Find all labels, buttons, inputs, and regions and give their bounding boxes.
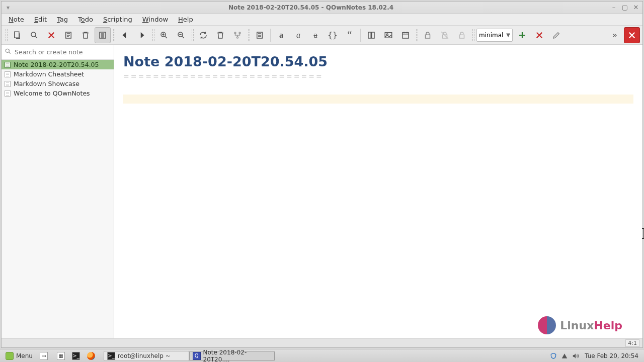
clock-label: Tue Feb 20, 20:54 bbox=[585, 352, 638, 359]
zoom-out-button[interactable] bbox=[173, 27, 189, 43]
toolbar-grip[interactable] bbox=[247, 28, 250, 42]
svg-point-7 bbox=[234, 32, 236, 34]
terminal-icon: >_ bbox=[107, 352, 115, 360]
toolbar-grip[interactable] bbox=[191, 28, 194, 42]
sidebar: Note 2018-02-20T20.54.05 Markdown Cheats… bbox=[2, 45, 114, 338]
taskbar-task-qownnotes[interactable]: Q Note 2018-02-20T20.... bbox=[189, 351, 275, 361]
note-history-button[interactable] bbox=[60, 27, 76, 43]
add-workspace-button[interactable] bbox=[514, 27, 530, 43]
code-block-button[interactable]: {} bbox=[325, 27, 341, 43]
app-window: ▾ Note 2018-02-20T20.54.05 - QOwnNotes 1… bbox=[1, 1, 643, 348]
insert-date-button[interactable] bbox=[397, 27, 414, 43]
bold-button[interactable]: a bbox=[273, 27, 289, 43]
desktop-icon: ▭ bbox=[40, 352, 48, 360]
toolbar-grip[interactable] bbox=[5, 28, 8, 42]
taskbar-clock[interactable]: Tue Feb 20, 20:54 bbox=[581, 351, 642, 361]
watermark: LinuxHelp bbox=[538, 316, 622, 334]
note-icon bbox=[5, 62, 11, 68]
menu-tag[interactable]: Tag bbox=[53, 15, 72, 24]
workspace-select[interactable]: minimal ▼ bbox=[476, 29, 513, 42]
launcher-files[interactable]: ▦ bbox=[53, 351, 68, 361]
menu-edit[interactable]: Edit bbox=[30, 15, 51, 24]
mint-logo-icon bbox=[6, 352, 14, 360]
maximize-button[interactable]: ▢ bbox=[621, 4, 628, 11]
svg-rect-18 bbox=[460, 35, 464, 38]
tray-volume-icon[interactable] bbox=[572, 352, 580, 360]
insert-link-button[interactable] bbox=[363, 27, 379, 43]
new-note-button[interactable] bbox=[9, 27, 25, 43]
sync-button[interactable] bbox=[195, 27, 211, 43]
encrypt-button[interactable] bbox=[420, 27, 436, 43]
note-title: Welcome to QOwnNotes bbox=[14, 89, 90, 97]
minimize-button[interactable]: – bbox=[610, 4, 617, 11]
search-button[interactable] bbox=[26, 27, 42, 43]
rename-workspace-button[interactable] bbox=[548, 27, 565, 43]
note-title: Markdown Cheatsheet bbox=[14, 70, 84, 78]
window-title: Note 2018-02-20T20.54.05 - QOwnNotes 18.… bbox=[12, 4, 610, 11]
launcher-terminal[interactable]: >_ bbox=[68, 351, 84, 361]
task-label: root@linuxhelp ~ bbox=[118, 352, 171, 359]
menu-todo[interactable]: Todo bbox=[74, 15, 97, 24]
note-list-item[interactable]: Markdown Showcase bbox=[2, 79, 114, 88]
svg-rect-11 bbox=[368, 32, 371, 38]
menu-window[interactable]: Window bbox=[138, 15, 172, 24]
insert-image-button[interactable] bbox=[380, 27, 396, 43]
versioning-button[interactable] bbox=[229, 27, 246, 43]
toolbar-overflow-button[interactable]: » bbox=[607, 27, 623, 43]
svg-rect-4 bbox=[101, 32, 104, 38]
files-icon: ▦ bbox=[57, 352, 65, 360]
svg-point-8 bbox=[239, 32, 240, 34]
svg-rect-16 bbox=[426, 35, 430, 38]
tray-network-icon[interactable] bbox=[560, 352, 569, 360]
app-menu-icon[interactable]: ▾ bbox=[5, 5, 12, 10]
titlebar: ▾ Note 2018-02-20T20.54.05 - QOwnNotes 1… bbox=[2, 2, 642, 14]
toolbar-separator bbox=[360, 29, 361, 42]
toolbar-grip[interactable] bbox=[471, 28, 474, 42]
watermark-text: LinuxHelp bbox=[560, 319, 622, 332]
editor-area[interactable]: Note 2018-02-20T20.54.05 ===============… bbox=[114, 45, 642, 338]
back-button[interactable] bbox=[117, 27, 133, 43]
search-icon bbox=[5, 47, 13, 57]
heading-underline: =========================== bbox=[123, 72, 633, 80]
status-linecol: 4:1 bbox=[625, 339, 639, 347]
trash-button[interactable] bbox=[77, 27, 94, 43]
statusbar: 4:1 bbox=[2, 338, 642, 347]
menu-note[interactable]: Note bbox=[5, 15, 28, 24]
close-button[interactable]: ✕ bbox=[632, 4, 639, 11]
toolbar-separator bbox=[270, 29, 271, 42]
search-input[interactable] bbox=[15, 48, 111, 56]
quit-button[interactable] bbox=[624, 27, 640, 43]
toggle-edit-button[interactable] bbox=[252, 27, 268, 43]
decrypt-button[interactable] bbox=[454, 27, 470, 43]
svg-rect-15 bbox=[403, 32, 409, 38]
toolbar-grip[interactable] bbox=[415, 28, 418, 42]
blockquote-button[interactable]: “ bbox=[342, 27, 358, 43]
show-desktop-button[interactable]: ▭ bbox=[36, 351, 51, 361]
tray-shield-icon[interactable] bbox=[549, 352, 557, 360]
trash-remote-button[interactable] bbox=[212, 27, 228, 43]
toolbar-grip[interactable] bbox=[151, 28, 154, 42]
taskbar-menu-button[interactable]: Menu bbox=[2, 351, 36, 361]
terminal-icon: >_ bbox=[72, 352, 80, 360]
remove-workspace-button[interactable] bbox=[531, 27, 547, 43]
strikethrough-button[interactable]: a bbox=[307, 27, 324, 43]
menu-help[interactable]: Help bbox=[174, 15, 197, 24]
distraction-free-button[interactable] bbox=[95, 27, 111, 43]
note-list[interactable]: Note 2018-02-20T20.54.05 Markdown Cheats… bbox=[2, 60, 114, 338]
workspace-select-value: minimal bbox=[479, 32, 503, 39]
menu-scripting[interactable]: Scripting bbox=[99, 15, 136, 24]
italic-button[interactable]: a bbox=[290, 27, 306, 43]
taskbar-menu-label: Menu bbox=[16, 352, 33, 359]
delete-note-button[interactable] bbox=[43, 27, 59, 43]
search-row bbox=[2, 45, 114, 60]
zoom-in-button[interactable] bbox=[156, 27, 172, 43]
toolbar-grip[interactable] bbox=[112, 28, 115, 42]
chevron-down-icon: ▼ bbox=[506, 32, 510, 38]
taskbar-task-terminal[interactable]: >_ root@linuxhelp ~ bbox=[104, 351, 189, 361]
decrypt-edit-button[interactable] bbox=[437, 27, 453, 43]
forward-button[interactable] bbox=[134, 27, 150, 43]
note-list-item[interactable]: Markdown Cheatsheet bbox=[2, 69, 114, 79]
note-list-item[interactable]: Welcome to QOwnNotes bbox=[2, 88, 114, 98]
launcher-firefox[interactable] bbox=[84, 351, 99, 361]
note-list-item[interactable]: Note 2018-02-20T20.54.05 bbox=[2, 60, 114, 69]
